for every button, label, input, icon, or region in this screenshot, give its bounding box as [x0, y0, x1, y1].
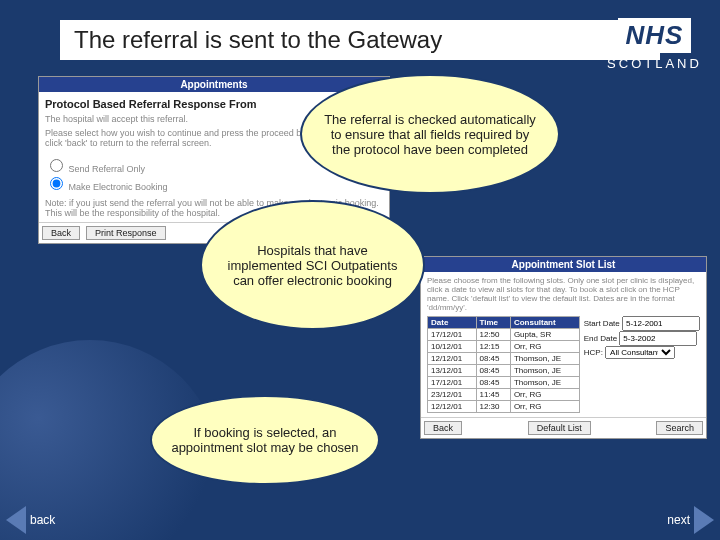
- radio-send-label: Send Referral Only: [69, 164, 146, 174]
- back-button[interactable]: Back: [42, 226, 80, 240]
- table-row[interactable]: 17/12/0108:45Thomson, JE: [428, 377, 580, 389]
- start-date-label: Start Date: [584, 319, 620, 328]
- slot-header: Appointment Slot List: [421, 257, 706, 272]
- arrow-right-icon: [694, 506, 714, 534]
- nhs-wordmark: NHS: [618, 18, 692, 53]
- hcp-label: HCP:: [584, 348, 603, 357]
- table-row[interactable]: 23/12/0111:45Orr, RG: [428, 389, 580, 401]
- radio-book-label: Make Electronic Booking: [69, 182, 168, 192]
- nav-next-label: next: [667, 513, 690, 527]
- arrow-left-icon: [6, 506, 26, 534]
- radio-book[interactable]: Make Electronic Booking: [45, 174, 383, 192]
- search-button[interactable]: Search: [656, 421, 703, 435]
- col-date: Date: [428, 317, 477, 329]
- table-row[interactable]: 12/12/0112:30Orr, RG: [428, 401, 580, 413]
- default-list-button[interactable]: Default List: [528, 421, 591, 435]
- col-time: Time: [476, 317, 510, 329]
- col-consultant: Consultant: [510, 317, 579, 329]
- radio-book-input[interactable]: [50, 177, 63, 190]
- nav-back[interactable]: back: [6, 506, 55, 534]
- print-button[interactable]: Print Response: [86, 226, 166, 240]
- table-row[interactable]: 10/12/0112:15Orr, RG: [428, 341, 580, 353]
- filter-box: Start Date End Date HCP: All Consultants: [584, 316, 700, 413]
- slot-intro: Please choose from the following slots. …: [427, 276, 700, 312]
- end-date-label: End Date: [584, 334, 617, 343]
- page-title: The referral is sent to the Gateway: [60, 20, 660, 60]
- table-row[interactable]: 13/12/0108:45Thomson, JE: [428, 365, 580, 377]
- start-date-input[interactable]: [622, 316, 700, 331]
- scotland-label: SCOTLAND: [607, 56, 702, 71]
- nav-back-label: back: [30, 513, 55, 527]
- callout-hospitals: Hospitals that have implemented SCI Outp…: [200, 200, 425, 330]
- callout-check: The referral is checked automatically to…: [300, 74, 560, 194]
- slot-back-button[interactable]: Back: [424, 421, 462, 435]
- end-date-input[interactable]: [619, 331, 697, 346]
- callout-booking: If booking is selected, an appointment s…: [150, 395, 380, 485]
- slot-panel: Appointment Slot List Please choose from…: [420, 256, 707, 439]
- nhs-logo: NHS SCOTLAND: [607, 18, 702, 71]
- slot-buttons: Back Default List Search: [421, 417, 706, 438]
- table-row[interactable]: 17/12/0112:50Gupta, SR: [428, 329, 580, 341]
- slot-table: DateTimeConsultant 17/12/0112:50Gupta, S…: [427, 316, 580, 413]
- nav-next[interactable]: next: [667, 506, 714, 534]
- radio-send-input[interactable]: [50, 159, 63, 172]
- referral-header: Appointments: [39, 77, 389, 92]
- table-row[interactable]: 12/12/0108:45Thomson, JE: [428, 353, 580, 365]
- hcp-select[interactable]: All Consultants: [605, 346, 675, 359]
